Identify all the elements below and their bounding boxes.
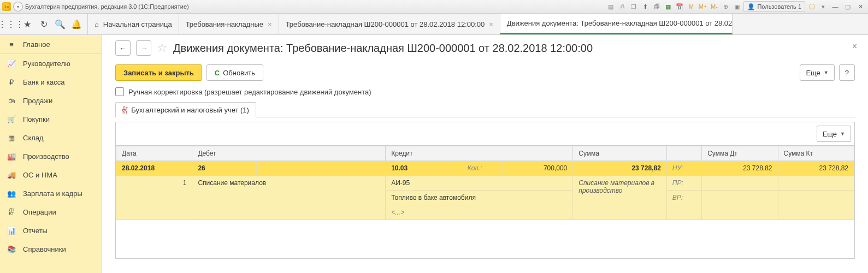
- menu-icon: ≡: [7, 40, 16, 49]
- close-window-button[interactable]: ✕: [855, 2, 866, 11]
- user-button[interactable]: 👤 Пользователь 1: [743, 1, 805, 12]
- more-label: Еще: [823, 130, 837, 138]
- memory-m-icon[interactable]: M: [686, 2, 696, 11]
- cell-empty: [666, 205, 701, 220]
- print-icon[interactable]: ⎙: [617, 2, 627, 11]
- sidebar-item-label: Руководителю: [23, 60, 70, 68]
- calendar-icon[interactable]: 📅: [675, 2, 684, 11]
- history-icon[interactable]: ↻: [36, 16, 51, 32]
- apps-icon[interactable]: ⋮⋮⋮: [3, 16, 19, 32]
- cell-credit-desc3: <...>: [386, 205, 573, 220]
- app-menu-dropdown[interactable]: ▾: [13, 2, 23, 11]
- panel-icon[interactable]: ▣: [732, 2, 742, 11]
- people-icon: 👥: [7, 189, 16, 198]
- bell-icon[interactable]: 🔔: [69, 16, 84, 32]
- cell-sum-dt: 23 728,82: [702, 161, 778, 176]
- favorite-star-icon[interactable]: ☆: [157, 41, 168, 55]
- sidebar-item-sales[interactable]: 🛍Продажи: [0, 91, 102, 110]
- col-sum-kt[interactable]: Сумма Кт: [778, 146, 854, 161]
- sidebar-item-label: Производство: [23, 152, 69, 161]
- main-toolbar: ⋮⋮⋮ ★ ↻ 🔍 🔔 ⌂ Начальная страница Требова…: [0, 14, 868, 35]
- compare-icon[interactable]: 🗐: [652, 2, 662, 11]
- grid-more-button[interactable]: Еще▼: [817, 126, 851, 142]
- info-icon[interactable]: ⓘ: [807, 2, 817, 11]
- memory-mminus-icon[interactable]: M-: [709, 2, 719, 11]
- zoom-icon[interactable]: ⊕: [721, 2, 730, 11]
- close-page-button[interactable]: ×: [852, 41, 857, 51]
- info-dropdown-icon[interactable]: ▾: [818, 2, 828, 11]
- calculator-icon[interactable]: ▦: [663, 2, 673, 11]
- bars-icon: 📊: [7, 227, 16, 235]
- tab-accounting[interactable]: ДтКт Бухгалтерский и налоговый учет (1): [115, 102, 256, 117]
- cell-empty: [702, 176, 778, 191]
- star-icon[interactable]: ★: [20, 16, 35, 32]
- book-icon: 📚: [7, 245, 16, 253]
- cell-empty: [778, 191, 854, 205]
- grid-container: Еще▼ Дата Дебет Кредит Сумма Сумма Дт Су…: [115, 122, 855, 259]
- inner-tab-label: Бухгалтерский и налоговый учет (1): [131, 106, 249, 114]
- help-button[interactable]: ?: [839, 64, 855, 81]
- refresh-button[interactable]: СОбновить: [206, 64, 263, 81]
- sidebar-item-hr[interactable]: 👥Зарплата и кадры: [0, 184, 102, 203]
- nav-forward-button[interactable]: →: [136, 40, 151, 56]
- nav-back-button[interactable]: ←: [115, 40, 131, 56]
- cell-empty: [778, 176, 854, 191]
- memory-mplus-icon[interactable]: M+: [698, 2, 707, 11]
- search-icon[interactable]: 🔍: [52, 16, 68, 32]
- cell-date: 28.02.2018: [116, 161, 192, 176]
- cell-empty: [702, 191, 778, 205]
- sidebar-item-label: Склад: [23, 134, 44, 142]
- sidebar-item-assets[interactable]: 🚚ОС и НМА: [0, 165, 102, 184]
- content-area: × ← → ☆ Движения документа: Требование-н…: [102, 35, 868, 273]
- minimize-button[interactable]: —: [830, 2, 841, 11]
- sidebar-item-purchases[interactable]: 🛒Покупки: [0, 110, 102, 128]
- maximize-button[interactable]: ▢: [842, 2, 853, 11]
- col-debit[interactable]: Дебет: [192, 146, 386, 161]
- tab-doclist[interactable]: Требования-накладные ×: [179, 14, 279, 34]
- refresh-icon: С: [215, 69, 220, 77]
- user-icon: 👤: [747, 3, 755, 10]
- more-button[interactable]: Еще▼: [800, 64, 834, 81]
- grid-row[interactable]: 1 Списание материалов АИ-95 Списание мат…: [116, 176, 854, 191]
- sidebar-item-main[interactable]: ≡Главное: [0, 35, 102, 54]
- col-sum-dt[interactable]: Сумма Дт: [702, 146, 778, 161]
- save-close-button[interactable]: Записать и закрыть: [115, 64, 202, 81]
- cell-n: 1: [116, 176, 192, 220]
- col-blank[interactable]: [666, 146, 701, 161]
- cell-qty-label: Кол.:: [462, 161, 503, 176]
- sidebar-item-catalogs[interactable]: 📚Справочники: [0, 240, 102, 258]
- cell-vr: ВР:: [666, 191, 701, 205]
- app-logo-icon: 1c: [2, 2, 11, 11]
- print-preview-icon[interactable]: ▤: [606, 2, 616, 11]
- dtkt-icon: ДтКт: [7, 208, 16, 216]
- ruble-icon: ₽: [7, 78, 16, 86]
- close-icon[interactable]: ×: [268, 20, 272, 28]
- sidebar-item-stock[interactable]: ▦Склад: [0, 128, 102, 147]
- cell-pr: ПР:: [666, 176, 701, 191]
- cell-qty: 700,000: [503, 161, 573, 176]
- col-sum[interactable]: Сумма: [573, 146, 667, 161]
- sidebar-item-label: Главное: [23, 40, 50, 49]
- tab-home[interactable]: ⌂ Начальная страница: [88, 14, 179, 34]
- col-date[interactable]: Дата: [116, 146, 192, 161]
- manual-edit-label: Ручная корректировка (разрешает редактир…: [128, 88, 371, 96]
- grid-row[interactable]: 28.02.2018 26 10.03 Кол.: 700,000 23 728…: [116, 161, 854, 176]
- sidebar-item-reports[interactable]: 📊Отчеты: [0, 221, 102, 240]
- close-icon[interactable]: ×: [489, 20, 493, 28]
- document-icon[interactable]: ❐: [629, 2, 639, 11]
- tab-movements[interactable]: Движения документа: Требование-накладная…: [500, 14, 733, 34]
- col-credit[interactable]: Кредит: [386, 146, 573, 161]
- truck-icon: 🚚: [7, 171, 16, 179]
- sidebar-item-bank[interactable]: ₽Банк и касса: [0, 73, 102, 91]
- save-icon[interactable]: ⬆: [640, 2, 650, 11]
- manual-edit-checkbox[interactable]: [115, 87, 124, 96]
- tab-document[interactable]: Требование-накладная Ш200-000001 от 28.0…: [279, 14, 500, 34]
- cell-sum-kt: 23 728,82: [778, 161, 854, 176]
- sidebar-item-manager[interactable]: 📈Руководителю: [0, 54, 102, 73]
- sidebar-item-production[interactable]: 🏭Производство: [0, 147, 102, 165]
- title-toolbar: ▤ ⎙ ❐ ⬆ 🗐 ▦ 📅 M M+ M- ⊕ ▣ 👤 Пользователь…: [606, 1, 866, 12]
- sidebar-item-operations[interactable]: ДтКтОперации: [0, 203, 102, 221]
- help-label: ?: [845, 69, 849, 77]
- chart-icon: 📈: [7, 60, 16, 68]
- sidebar-item-label: Операции: [23, 208, 56, 216]
